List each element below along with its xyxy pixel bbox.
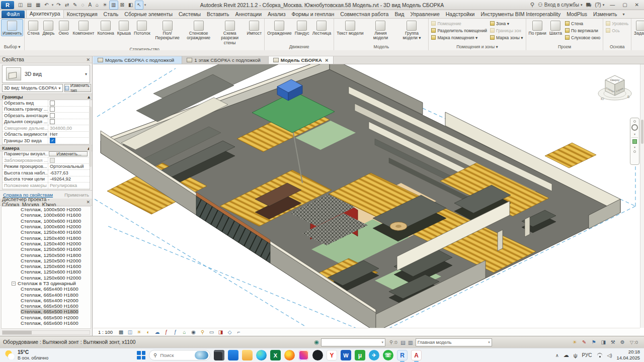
ribbon-tool-button[interactable]: Текст модели: [335, 19, 365, 36]
qat-tool-icon[interactable]: A: [86, 1, 94, 10]
section-camera[interactable]: Камера▴: [0, 145, 92, 151]
scale-button[interactable]: 1 : 100: [98, 329, 116, 335]
taskbar-app-icon[interactable]: R: [397, 350, 408, 360]
ribbon-tab[interactable]: Системы: [176, 11, 204, 18]
panel-label-select[interactable]: Выбор ▾: [0, 44, 24, 50]
ribbon-state-toggle-icon[interactable]: ▾: [620, 12, 627, 18]
view-control-icon[interactable]: ⌂: [181, 329, 188, 335]
active-model-select[interactable]: Главная модель ▾: [416, 338, 492, 346]
ribbon-tab[interactable]: Формы и генплан: [288, 11, 337, 18]
view-tab[interactable]: Модель СБОРКА с подложкой: [93, 56, 182, 64]
instance-selector[interactable]: 3D вид: Модель СБОРКА ▾: [2, 84, 63, 92]
ribbon-tab[interactable]: Конструкция: [64, 11, 101, 18]
properties-scrollbar[interactable]: [89, 107, 92, 167]
editable-only-icon[interactable]: ◉: [314, 339, 319, 345]
ribbon-small-button[interactable]: Слуховое окно: [565, 34, 600, 41]
qat-tool-icon[interactable]: ⊠: [118, 1, 126, 10]
search-input[interactable]: [159, 352, 188, 358]
ribbon-small-button[interactable]: Помещение: [431, 20, 487, 27]
ribbon-tool-button[interactable]: Лестница: [311, 19, 333, 36]
round-display-table[interactable]: [390, 222, 407, 231]
ribbon-tab[interactable]: ModPlus: [564, 11, 590, 18]
start-button[interactable]: [137, 351, 145, 359]
qat-tool-icon[interactable]: ⌂: [94, 1, 101, 10]
ribbon-tool-button[interactable]: Стена: [26, 19, 41, 36]
taskbar-app-icon[interactable]: [284, 350, 295, 360]
property-row[interactable]: Обрезать вид: [3, 100, 90, 107]
browser-tree-item[interactable]: Стеллаж, 1250x600 H2000: [2, 275, 91, 281]
revit-app-menu-button[interactable]: R: [1, 1, 14, 9]
taskbar-app-icon[interactable]: [228, 350, 238, 360]
ribbon-tab[interactable]: Надстройки: [443, 11, 478, 18]
canvas-vscrollbar[interactable]: [640, 64, 644, 328]
view-control-icon[interactable]: ☁: [153, 329, 161, 335]
browser-tree-item[interactable]: Стеллаж, 665x500 H2000: [2, 315, 91, 320]
browser-tree-item[interactable]: Стеллаж, 1000x600 H1800: [2, 218, 91, 224]
tab-file[interactable]: Файл: [2, 11, 25, 18]
ribbon-tool-button[interactable]: Линия модели: [365, 19, 396, 41]
ribbon-tab[interactable]: Вид: [391, 11, 407, 18]
ribbon-tab[interactable]: Управление: [407, 11, 442, 18]
edit-type-button[interactable]: Изменить тип: [64, 84, 91, 92]
ribbon-tool-button[interactable]: Дверь: [41, 19, 56, 36]
view-control-icon[interactable]: ▭: [208, 329, 215, 335]
ribbon-tool-button[interactable]: Группа модели ▾: [396, 19, 427, 41]
restore-button[interactable]: ▢: [620, 2, 629, 8]
property-row[interactable]: Заблокированная ...: [3, 157, 90, 164]
property-row[interactable]: Границы 3D вида: [3, 138, 90, 144]
status-tool-icon[interactable]: ✎: [581, 339, 588, 345]
ribbon-small-button[interactable]: Марка помещения ▾: [431, 34, 487, 41]
ribbon-tool-button[interactable]: Задать: [632, 19, 644, 36]
signin-menu[interactable]: ⚇ Вход в службы ▾: [538, 2, 583, 8]
ribbon-tool-button[interactable]: Пандус: [293, 19, 311, 36]
ribbon-small-button[interactable]: Ось: [606, 27, 628, 34]
qat-tool-icon[interactable]: ◫: [16, 1, 25, 10]
exchange-store-icon[interactable]: ⛟: [586, 2, 591, 8]
status-tool-icon[interactable]: ⚙: [619, 339, 626, 345]
qat-tool-icon[interactable]: ⇄: [63, 1, 71, 10]
qat-tool-icon[interactable]: ◧: [126, 1, 135, 10]
clock[interactable]: 20:18 14.04.2025: [616, 349, 640, 360]
view-tab[interactable]: Модель СБОРКА ✕: [269, 56, 334, 64]
status-tool-icon[interactable]: ☀: [572, 339, 578, 345]
ribbon-tab[interactable]: Сталь: [101, 11, 122, 18]
ribbon-small-button[interactable]: Уровень: [606, 20, 628, 27]
ribbon-tab[interactable]: Инструменты BIM Interoperability: [477, 11, 564, 18]
ribbon-tab[interactable]: Архитектура: [26, 10, 64, 18]
ribbon-tab[interactable]: Сборные элементы: [121, 11, 176, 18]
browser-hscrollbar[interactable]: [2, 330, 90, 335]
browser-tree-item[interactable]: Стеллаж, 1250x600 H1600: [2, 263, 91, 269]
panel-label-rooms[interactable]: Помещения и зоны ▾: [429, 44, 525, 50]
browser-tree-item[interactable]: Стеллаж, 1250x400 H1600: [2, 229, 91, 235]
nav-pin-icon[interactable]: [633, 120, 636, 123]
property-row[interactable]: Параметры визуал...Изменить...: [3, 151, 90, 158]
ribbon-small-button[interactable]: Марка зоны ▾: [490, 34, 523, 41]
ribbon-tool-button[interactable]: Крыша: [116, 19, 132, 36]
zoom-icon[interactable]: [632, 139, 637, 144]
ribbon-tab[interactable]: Совместная работа: [337, 11, 391, 18]
qat-tool-icon[interactable]: ↷: [54, 1, 62, 10]
language-indicator[interactable]: РУС: [582, 352, 592, 358]
property-row[interactable]: Обрезать аннотации: [3, 113, 90, 119]
browser-tree-item[interactable]: Стеллаж, 1250x500 H1800: [2, 252, 91, 257]
selection-filter-chip[interactable]: ▽ :0: [630, 339, 638, 345]
design-options-icon[interactable]: ▥: [408, 339, 413, 345]
ribbon-small-button[interactable]: Зона ▾: [490, 20, 523, 27]
browser-tree-item[interactable]: Стеллаж, 1000x600 H2000: [2, 224, 91, 229]
property-row[interactable]: Область видимостиНет: [3, 132, 90, 138]
view-control-icon[interactable]: ◉: [190, 329, 197, 335]
browser-tree-item[interactable]: Стеллаж, 1000x500 H2000: [2, 207, 91, 212]
browser-tree-item[interactable]: Стеллаж, 665x400 H2000: [2, 298, 91, 303]
property-row[interactable]: Высота глаза набл...-6377,63: [3, 170, 90, 176]
browser-tree-item[interactable]: Стеллаж, 1250x400 H1800: [2, 235, 91, 240]
type-selector[interactable]: 3D вид ▾: [2, 65, 90, 83]
microphone-icon[interactable]: ψ: [574, 352, 578, 358]
taskbar-app-icon[interactable]: [242, 350, 253, 360]
browser-tree-item[interactable]: Стеллаж, 1250x500 H2000: [2, 258, 91, 263]
browser-tree-item[interactable]: Стеллаж, 665x400 H1600: [2, 286, 91, 292]
close-icon[interactable]: ✕: [324, 58, 329, 63]
status-tool-icon[interactable]: ⚑: [591, 339, 597, 345]
view-control-icon[interactable]: ƒ: [163, 329, 170, 335]
minimize-button[interactable]: —: [608, 2, 617, 8]
property-row[interactable]: Положение камерыРегулировка: [3, 183, 90, 189]
